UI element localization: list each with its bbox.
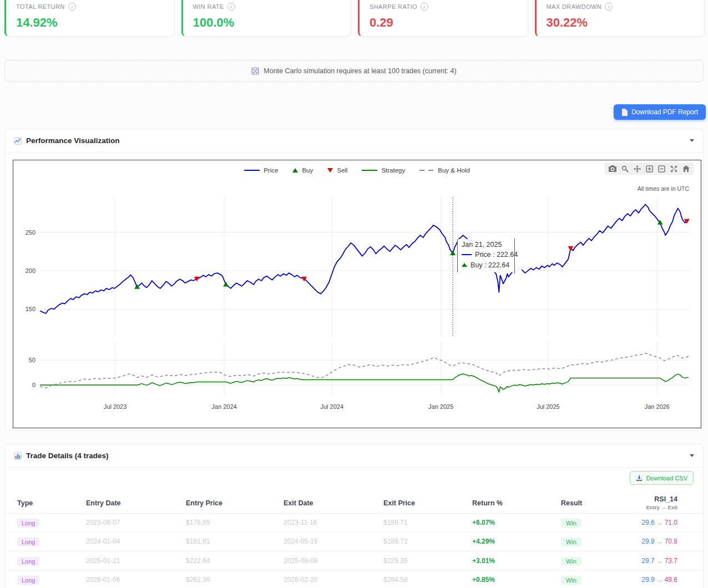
info-icon[interactable]: i — [421, 3, 428, 11]
entry-date-cell: 2024-01-04 — [86, 538, 186, 545]
table-row: Long 2026-01-06 $262.36 2026-02-20 $264.… — [5, 571, 703, 588]
download-icon — [636, 475, 643, 481]
autoscale-icon[interactable] — [669, 164, 679, 173]
dashed-line-swatch-icon — [419, 170, 434, 171]
col-type: Type — [17, 499, 86, 507]
chart-legend: Price Buy Sell Strategy Buy & Hold — [13, 167, 701, 174]
trade-details-header[interactable]: Trade Details (4 trades) — [5, 444, 703, 468]
legend-label: Price — [264, 167, 278, 174]
legend-item-buy-hold[interactable]: Buy & Hold — [419, 167, 470, 174]
document-icon — [621, 109, 628, 116]
svg-text:Jul 2025: Jul 2025 — [537, 403, 560, 410]
entry-price-cell: $181.91 — [186, 538, 284, 545]
entry-price-cell: $178.85 — [186, 519, 284, 526]
entry-price-cell: $222.64 — [186, 557, 284, 565]
tooltip-date: Jan 21, 2025 — [462, 240, 520, 249]
metric-card-sharpe-ratio: SHARPE RATIO i 0.29 — [358, 0, 528, 37]
col-rsi-title: RSI_14 — [654, 495, 677, 503]
type-badge: Long — [17, 556, 86, 566]
metric-label: SHARPE RATIO i — [370, 3, 518, 11]
svg-text:0: 0 — [32, 382, 36, 388]
svg-text:Jan 2025: Jan 2025 — [428, 403, 453, 410]
type-badge: Long — [17, 536, 86, 546]
metric-card-win-rate: WIN RATE i 100.0% — [181, 0, 352, 37]
zoom-icon[interactable] — [620, 164, 630, 173]
collapse-chevron-icon[interactable] — [690, 454, 694, 457]
tooltip-buy-text: Buy : 222.64 — [471, 261, 509, 270]
svg-text:Jul 2023: Jul 2023 — [104, 403, 127, 410]
svg-text:250: 250 — [26, 229, 36, 236]
info-icon[interactable]: i — [227, 3, 235, 11]
col-result: Result — [561, 499, 628, 507]
download-pdf-label: Download PDF Report — [631, 108, 698, 116]
metric-label: WIN RATE i — [193, 3, 341, 11]
result-badge: Win — [561, 575, 628, 585]
download-csv-button[interactable]: Download CSV — [630, 471, 694, 485]
exit-date-cell: 2026-02-20 — [284, 576, 383, 584]
info-icon[interactable]: i — [605, 3, 613, 11]
metric-label: TOTAL RETURN i — [16, 3, 164, 11]
metric-label: MAX DRAWDOWN i — [547, 3, 695, 11]
camera-icon[interactable] — [608, 164, 618, 173]
table-row: Long 2024-01-04 $181.91 2024-05-15 $189.… — [5, 533, 703, 552]
monte-carlo-notice-text: Monte Carlo simulation requires at least… — [264, 67, 456, 75]
rsi-cell: 29.8→70.8 — [628, 538, 677, 545]
return-pct-cell: +0.85% — [472, 576, 561, 584]
performance-chart[interactable]: Jul 2023Jan 2024Jul 2024Jan 2025Jul 2025… — [13, 160, 701, 428]
table-row: Long 2023-08-07 $178.85 2023-11-16 $189.… — [5, 513, 703, 533]
metric-label-text: WIN RATE — [193, 3, 224, 10]
bar-chart-icon — [14, 452, 22, 460]
entry-date-cell: 2023-08-07 — [86, 519, 186, 526]
trades-table-header: Type Entry Date Entry Price Exit Date Ex… — [5, 493, 703, 514]
monte-carlo-notice: Monte Carlo simulation requires at least… — [4, 60, 704, 82]
exit-date-cell: 2025-08-08 — [284, 557, 383, 565]
svg-text:50: 50 — [29, 357, 36, 363]
buy-triangle-icon — [292, 168, 298, 173]
home-icon[interactable] — [681, 164, 691, 173]
download-pdf-button[interactable]: Download PDF Report — [614, 104, 706, 120]
price-line-swatch-icon — [462, 254, 472, 255]
rsi-cell: 29.9→49.6 — [628, 576, 677, 584]
dice-icon — [251, 67, 259, 75]
entry-date-cell: 2025-01-21 — [86, 557, 186, 565]
trade-details-panel: Trade Details (4 trades) Download CSV Ty… — [4, 444, 704, 588]
col-rsi: RSI_14 Entry → Exit — [628, 495, 677, 511]
buy-triangle-icon — [462, 263, 467, 267]
rsi-cell: 29.6→71.0 — [628, 519, 677, 526]
metric-value: 30.22% — [547, 16, 695, 30]
tooltip-price-row: Price : 222.64 — [462, 250, 520, 259]
table-row: Long 2025-01-21 $222.64 2025-08-08 $229.… — [5, 551, 703, 571]
tooltip-spike-line — [514, 239, 515, 273]
return-pct-cell: +3.01% — [472, 557, 561, 565]
pan-icon[interactable] — [632, 164, 642, 173]
exit-date-cell: 2024-05-15 — [284, 538, 383, 545]
metric-label-text: SHARPE RATIO — [370, 3, 417, 10]
zoom-out-icon[interactable] — [656, 164, 666, 173]
exit-price-cell: $189.72 — [383, 538, 472, 545]
performance-chart-svg[interactable]: Jul 2023Jan 2024Jul 2024Jan 2025Jul 2025… — [13, 160, 701, 428]
legend-item-strategy[interactable]: Strategy — [362, 167, 405, 174]
svg-text:150: 150 — [26, 306, 36, 312]
exit-date-cell: 2023-11-16 — [284, 519, 383, 526]
legend-item-buy[interactable]: Buy — [292, 167, 313, 174]
metric-label-text: TOTAL RETURN — [16, 3, 65, 10]
rsi-cell: 29.7→73.7 — [628, 557, 677, 565]
exit-price-cell: $189.71 — [383, 519, 472, 526]
collapse-chevron-icon[interactable] — [690, 139, 694, 142]
svg-text:Jan 2024: Jan 2024 — [211, 403, 236, 410]
performance-panel-header[interactable]: Performance Visualization — [5, 129, 703, 153]
col-exit-price: Exit Price — [383, 499, 472, 507]
chart-modebar — [605, 163, 694, 175]
legend-label: Sell — [337, 167, 347, 174]
svg-text:Jan 2026: Jan 2026 — [645, 403, 670, 410]
zoom-in-icon[interactable] — [644, 164, 654, 173]
sell-triangle-icon — [327, 168, 333, 173]
metric-value: 0.29 — [370, 16, 518, 30]
result-badge: Win — [561, 556, 628, 566]
legend-item-sell[interactable]: Sell — [327, 167, 347, 174]
exit-price-cell: $264.58 — [383, 576, 472, 584]
type-badge: Long — [17, 575, 86, 585]
exit-price-cell: $229.35 — [383, 557, 472, 565]
legend-item-price[interactable]: Price — [244, 167, 278, 174]
info-icon[interactable]: i — [68, 3, 76, 11]
